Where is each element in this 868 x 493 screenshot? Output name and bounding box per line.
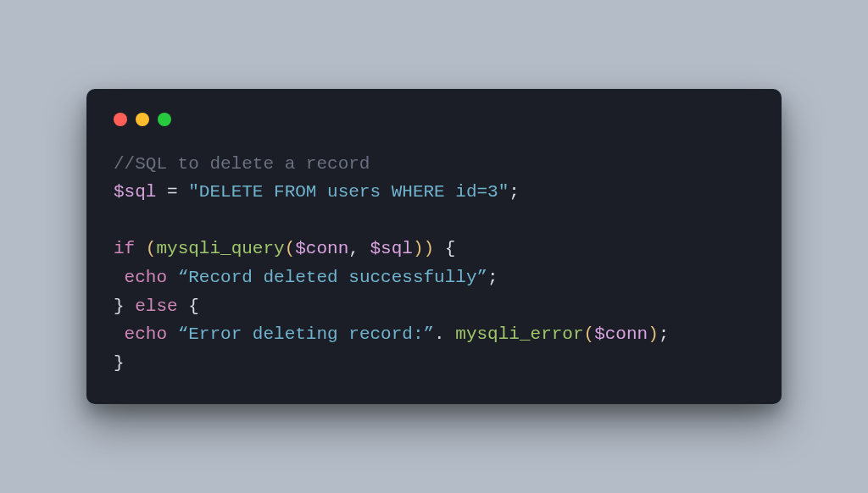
code-punct: , xyxy=(348,239,370,258)
code-comment: //SQL to delete a record xyxy=(114,154,370,174)
code-window: //SQL to delete a record $sql = "DELETE … xyxy=(86,89,782,405)
code-operator: = xyxy=(156,182,188,202)
code-punct: ; xyxy=(487,268,498,287)
code-space xyxy=(167,268,178,287)
code-paren: ( xyxy=(285,239,296,258)
maximize-icon[interactable] xyxy=(158,113,171,126)
code-paren: ) xyxy=(424,239,435,258)
code-punct: . xyxy=(434,324,455,344)
code-block: //SQL to delete a record $sql = "DELETE … xyxy=(114,150,754,378)
code-string: “Error deleting record:” xyxy=(178,324,434,344)
code-variable: $sql xyxy=(114,182,156,202)
code-punct: } xyxy=(114,353,125,373)
code-variable: $conn xyxy=(594,324,648,344)
code-space xyxy=(167,324,178,344)
code-variable: $sql xyxy=(370,239,413,258)
code-paren: ) xyxy=(413,239,424,258)
code-string: "DELETE FROM users WHERE id=3" xyxy=(188,182,509,202)
code-keyword: if xyxy=(114,239,146,258)
code-function: mysqli_query xyxy=(156,239,284,258)
code-string: “Record deleted successfully” xyxy=(178,268,487,287)
code-keyword: echo xyxy=(125,324,167,344)
code-indent xyxy=(114,268,125,287)
code-paren: ) xyxy=(648,324,659,344)
code-punct: ; xyxy=(509,182,520,202)
code-variable: $conn xyxy=(295,239,348,258)
code-punct: { xyxy=(434,239,455,258)
code-indent xyxy=(114,324,125,344)
code-punct: } xyxy=(114,296,135,316)
code-punct: ; xyxy=(659,324,670,344)
code-function: mysqli_error xyxy=(455,324,583,344)
code-paren: ( xyxy=(146,239,157,258)
minimize-icon[interactable] xyxy=(136,113,149,126)
code-punct: { xyxy=(178,296,199,316)
code-keyword: echo xyxy=(125,268,167,287)
code-paren: ( xyxy=(584,324,595,344)
close-icon[interactable] xyxy=(114,113,127,126)
window-controls xyxy=(114,113,754,126)
code-keyword: else xyxy=(135,296,177,316)
